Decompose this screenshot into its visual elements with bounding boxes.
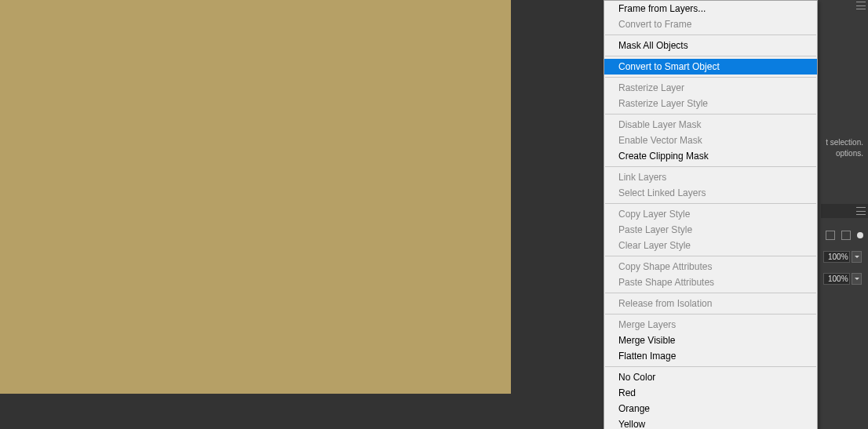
menu-item-mask-all-objects[interactable]: Mask All Objects xyxy=(604,38,817,53)
fill-dropdown[interactable] xyxy=(852,273,862,285)
fill-value[interactable]: 100% xyxy=(823,273,850,285)
menu-item-convert-to-smart-object[interactable]: Convert to Smart Object xyxy=(604,59,817,75)
menu-separator xyxy=(605,293,816,293)
menu-item-merge-visible[interactable]: Merge Visible xyxy=(604,333,817,348)
menu-item-rasterize-layer-style: Rasterize Layer Style xyxy=(604,96,817,111)
menu-item-copy-layer-style: Copy Layer Style xyxy=(604,206,817,222)
menu-item-flatten-image[interactable]: Flatten Image xyxy=(604,348,817,364)
menu-item-rasterize-layer: Rasterize Layer xyxy=(604,80,817,96)
icon-row xyxy=(826,231,863,240)
indicator-icon xyxy=(857,232,863,238)
right-panel: t selection. options. 100% 100% xyxy=(818,0,868,429)
opacity-value[interactable]: 100% xyxy=(823,251,850,263)
menu-separator xyxy=(605,166,816,167)
hint-text-2: options. xyxy=(836,149,863,158)
menu-separator xyxy=(605,56,816,56)
menu-item-merge-layers: Merge Layers xyxy=(604,317,817,333)
panel-menu-icon[interactable] xyxy=(856,2,866,9)
opacity-control[interactable]: 100% xyxy=(823,251,862,263)
crop-icon[interactable] xyxy=(826,231,835,240)
menu-item-create-clipping-mask[interactable]: Create Clipping Mask xyxy=(604,148,817,164)
menu-separator xyxy=(605,35,816,35)
menu-item-select-linked-layers: Select Linked Layers xyxy=(604,185,817,201)
menu-item-disable-layer-mask: Disable Layer Mask xyxy=(604,117,817,133)
menu-separator xyxy=(605,77,816,78)
menu-item-yellow[interactable]: Yellow xyxy=(604,416,817,429)
menu-item-frame-from-layers[interactable]: Frame from Layers... xyxy=(604,1,817,16)
menu-separator xyxy=(605,366,816,367)
menu-separator xyxy=(605,314,816,314)
opacity-dropdown[interactable] xyxy=(852,251,862,263)
menu-separator xyxy=(605,114,816,115)
layer-context-menu[interactable]: Frame from Layers...Convert to FrameMask… xyxy=(604,0,818,429)
fill-control[interactable]: 100% xyxy=(823,273,862,285)
menu-item-link-layers: Link Layers xyxy=(604,169,817,185)
menu-item-clear-layer-style: Clear Layer Style xyxy=(604,238,817,253)
menu-item-release-from-isolation: Release from Isolation xyxy=(604,296,817,311)
canvas-area[interactable] xyxy=(0,0,511,394)
lock-icon[interactable] xyxy=(841,231,851,240)
menu-item-paste-layer-style: Paste Layer Style xyxy=(604,222,817,238)
menu-item-no-color[interactable]: No Color xyxy=(604,369,817,385)
menu-item-red[interactable]: Red xyxy=(604,385,817,401)
menu-item-paste-shape-attributes: Paste Shape Attributes xyxy=(604,274,817,290)
menu-separator xyxy=(605,203,816,204)
hint-text-1: t selection. xyxy=(826,138,863,147)
menu-item-copy-shape-attributes: Copy Shape Attributes xyxy=(604,259,817,274)
menu-separator xyxy=(605,256,816,256)
panel-menu-icon-2[interactable] xyxy=(856,207,866,215)
menu-item-orange[interactable]: Orange xyxy=(604,401,817,416)
menu-item-convert-to-frame: Convert to Frame xyxy=(604,16,817,32)
menu-item-enable-vector-mask: Enable Vector Mask xyxy=(604,133,817,148)
panel-header-bar xyxy=(821,204,868,218)
